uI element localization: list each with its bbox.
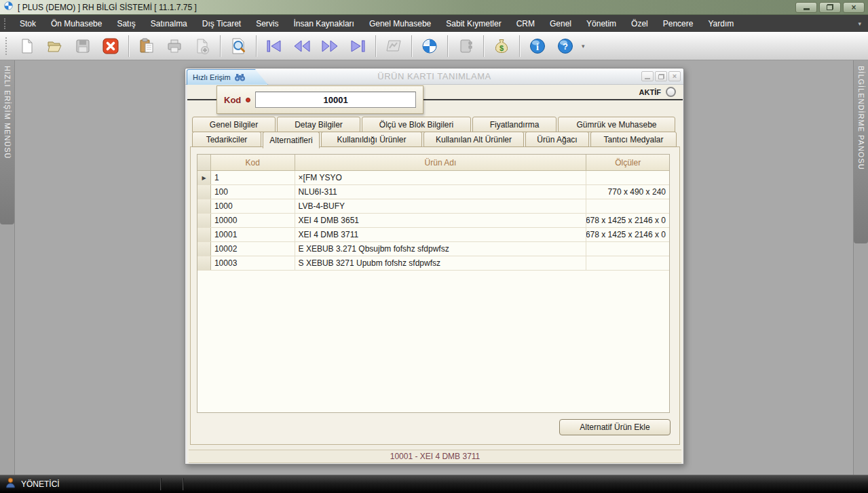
cell-olculer[interactable]: 4678 x 1425 x 2146 x 0 (586, 214, 669, 227)
cell-kod[interactable]: 10002 (211, 242, 295, 256)
mdi-close-button[interactable]: × (668, 71, 681, 81)
aktif-radio[interactable] (666, 87, 676, 97)
mdi-titlebar[interactable]: ÜRÜN KARTI TANIMLAMA Hızlı Erişim × (185, 68, 683, 85)
preview-search-button[interactable] (225, 34, 251, 58)
kod-input[interactable] (255, 92, 416, 108)
header-olculer[interactable]: Ölçüler (586, 155, 669, 170)
table-row[interactable]: 10001 XEI 4 DMB 3711 4678 x 1425 x 2146 … (197, 228, 669, 242)
notebook-button[interactable] (453, 34, 478, 58)
cell-urun-adi[interactable]: E XEBUB 3.271 Qbsujbm fofshz sfdpwfsz (295, 242, 587, 256)
tab-urun-agaci[interactable]: Ürün Ağacı (525, 132, 589, 147)
menu-insan-kaynaklari[interactable]: İnsan Kaynakları (286, 15, 362, 32)
row-selector[interactable] (197, 256, 211, 270)
menu-satinalma[interactable]: Satınalma (143, 15, 195, 32)
save-button[interactable] (70, 34, 96, 58)
info-panel-strip[interactable]: BİLGİLENDİRME PANOSU (853, 60, 868, 475)
table-row[interactable]: 10002 E XEBUB 3.271 Qbsujbm fofshz sfdpw… (197, 242, 669, 256)
titlebar[interactable]: [ PLUS (DEMO) ] RH BİLGİ SİSTEMİ [ 11.1.… (0, 0, 868, 15)
menu-yonetim[interactable]: Yönetim (579, 15, 624, 32)
toolbar-overflow-caret[interactable]: ▾ (582, 43, 585, 50)
cell-kod[interactable]: 10001 (211, 228, 295, 241)
cell-olculer[interactable] (586, 256, 669, 270)
menu-stok[interactable]: Stok (12, 15, 43, 32)
tab-tantici-medyalar[interactable]: Tantıcı Medyalar (590, 132, 677, 147)
table-row[interactable]: 100 NLU6I-311 770 x 490 x 240 (197, 185, 669, 199)
cell-olculer[interactable]: 4678 x 1425 x 2146 x 0 (586, 228, 669, 241)
tab-kullanildigi-urunler[interactable]: Kullanıldığı Ürünler (321, 132, 422, 147)
cell-kod[interactable]: 100 (211, 185, 295, 199)
menu-servis[interactable]: Servis (248, 15, 286, 32)
header-urun-adi[interactable]: Ürün Adı (295, 155, 587, 170)
row-selector[interactable] (197, 228, 211, 241)
menu-sabit-kiymetler[interactable]: Sabit Kıymetler (438, 15, 508, 32)
money-bag-button[interactable]: $ (489, 34, 514, 58)
toolbar-grip-handle[interactable] (5, 37, 10, 55)
menu-pencere[interactable]: Pencere (656, 15, 701, 32)
next-record-button[interactable] (317, 34, 343, 58)
row-selector[interactable] (197, 242, 211, 256)
tab-olcu-ve-blok-bilgileri[interactable]: Ölçü ve Blok Bilgileri (362, 117, 471, 132)
quick-access-panel-strip[interactable]: HIZLI ERİŞİM MENÜSÜ (0, 60, 15, 475)
info-button[interactable]: i (525, 34, 550, 58)
info-panel-handle[interactable]: BİLGİLENDİRME PANOSU (854, 60, 868, 243)
tab-gumruk-ve-muhasebe[interactable]: Gümrük ve Muhasebe (558, 117, 675, 132)
menu-dis-ticaret[interactable]: Dış Ticaret (195, 15, 248, 32)
cell-olculer[interactable] (586, 171, 669, 184)
menu-on-muhasebe[interactable]: Ön Muhasebe (43, 15, 109, 32)
table-row[interactable]: 10000 XEI 4 DMB 3651 4678 x 1425 x 2146 … (197, 214, 669, 228)
tab-alternatifleri[interactable]: Alternatifleri (263, 132, 320, 149)
menu-genel-muhasebe[interactable]: Genel Muhasebe (362, 15, 438, 32)
print-button[interactable] (162, 34, 187, 58)
cell-urun-adi[interactable]: XEI 4 DMB 3651 (295, 214, 587, 227)
tab-tedarikciler[interactable]: Tedarikciler (192, 132, 261, 147)
cell-kod[interactable]: 10000 (211, 214, 295, 227)
mdi-restore-button[interactable] (655, 71, 667, 81)
table-row[interactable]: ▶ 1 ×[FM YSYO (197, 171, 669, 185)
row-selector[interactable] (197, 214, 211, 227)
cell-kod[interactable]: 10003 (211, 256, 295, 270)
chart-button[interactable] (381, 34, 407, 58)
quick-access-panel-handle[interactable]: HIZLI ERİŞİM MENÜSÜ (0, 60, 14, 224)
sphere-button[interactable] (417, 34, 442, 58)
row-selector[interactable]: ▶ (197, 171, 211, 184)
delete-record-button[interactable] (98, 34, 124, 58)
quick-access-tab[interactable]: Hızlı Erişim (187, 69, 268, 85)
mdi-minimize-button[interactable] (641, 71, 654, 81)
cell-urun-adi[interactable]: S XEBUB 3271 Upubm fofshz sfdpwfsz (295, 256, 587, 270)
add-page-button[interactable] (189, 34, 215, 58)
cell-kod[interactable]: 1 (211, 171, 295, 184)
menu-ozel[interactable]: Özel (624, 15, 656, 32)
cell-kod[interactable]: 1000 (211, 199, 295, 213)
menu-overflow-caret[interactable]: ▾ (858, 20, 861, 27)
paste-button[interactable] (134, 34, 159, 58)
cell-olculer[interactable]: 770 x 490 x 240 (586, 185, 669, 199)
help-button[interactable]: ? (552, 34, 578, 58)
previous-record-button[interactable] (289, 34, 315, 58)
tab-detay-bilgiler[interactable]: Detay Bilgiler (277, 117, 360, 132)
close-button[interactable]: × (843, 2, 865, 13)
menu-grip-handle[interactable] (4, 18, 8, 29)
table-row[interactable]: 10003 S XEBUB 3271 Upubm fofshz sfdpwfsz (197, 256, 669, 271)
restore-button[interactable] (819, 2, 841, 13)
minimize-button[interactable] (795, 2, 817, 13)
menu-genel[interactable]: Genel (542, 15, 579, 32)
tab-fiyatlandirma[interactable]: Fiyatlandırma (472, 117, 556, 132)
cell-olculer[interactable] (586, 242, 669, 256)
cell-urun-adi[interactable]: XEI 4 DMB 3711 (295, 228, 587, 241)
header-kod[interactable]: Kod (211, 155, 295, 170)
table-row[interactable]: 1000 LVB-4-BUFY (197, 199, 669, 214)
menu-satis[interactable]: Satış (109, 15, 143, 32)
row-selector[interactable] (197, 185, 211, 199)
new-record-button[interactable] (14, 34, 40, 58)
cell-olculer[interactable] (586, 199, 669, 213)
last-record-button[interactable] (345, 34, 371, 58)
menu-crm[interactable]: CRM (509, 15, 542, 32)
row-selector[interactable] (197, 199, 211, 213)
first-record-button[interactable] (261, 34, 287, 58)
tab-kullanilan-alt-urunler[interactable]: Kullanılan Alt Ürünler (423, 132, 524, 147)
cell-urun-adi[interactable]: LVB-4-BUFY (295, 199, 587, 213)
open-record-button[interactable] (42, 34, 68, 58)
alternatif-urun-ekle-button[interactable]: Alternatif Ürün Ekle (559, 419, 671, 435)
tab-genel-bilgiler[interactable]: Genel Bilgiler (192, 117, 276, 132)
cell-urun-adi[interactable]: NLU6I-311 (295, 185, 587, 199)
